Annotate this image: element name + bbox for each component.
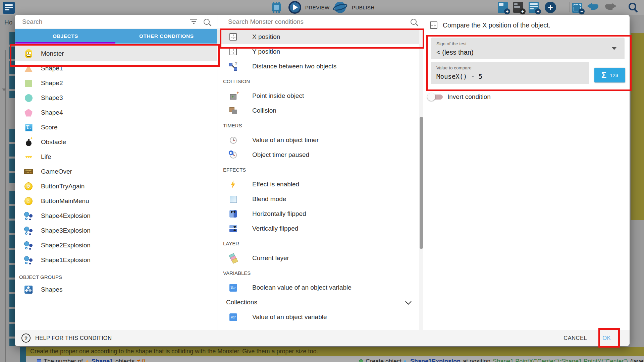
group-icon xyxy=(23,285,34,295)
toolbar-separator xyxy=(569,2,570,12)
layer-icon xyxy=(228,253,238,263)
pos-icon xyxy=(228,32,238,42)
delete-selection-icon[interactable]: − xyxy=(572,3,582,13)
chevron-down-icon xyxy=(405,298,411,304)
object-row-shape1explosion[interactable]: Shape1Explosion xyxy=(15,253,217,267)
condition-section-variables: VARIABLES xyxy=(217,265,424,280)
publish-globe-icon[interactable] xyxy=(334,2,346,13)
objects-search-input[interactable] xyxy=(21,18,186,26)
conditions-search-input[interactable] xyxy=(227,18,407,26)
object-row-shape4[interactable]: Shape4 xyxy=(15,105,217,120)
add-comment-icon[interactable]: + xyxy=(513,2,523,13)
search-events-icon[interactable] xyxy=(629,3,636,10)
object-row-shape1[interactable]: Shape1 xyxy=(15,61,217,76)
object-list: Monster Shape1 Shape2 Shape3 Shape4 Tx S… xyxy=(15,44,217,297)
publish-button[interactable]: PUBLISH xyxy=(352,0,375,15)
sign-of-test-select[interactable]: Sign of the test < (less than) xyxy=(431,38,625,59)
tab-objects[interactable]: OBJECTS xyxy=(15,29,116,44)
condition-row-boolean-value-of-an-object-variable[interactable]: VarBoolean value of an object variable xyxy=(217,280,424,295)
object-row-buttonmainmenu[interactable]: ⌂ ButtonMainMenu xyxy=(15,194,217,208)
condition-row-y-position[interactable]: Y position xyxy=(217,44,424,59)
choose-condition-dialog: OBJECTS OTHER CONDITIONS Monster Shape1 … xyxy=(15,15,630,346)
conditions-search-row xyxy=(217,15,424,29)
gameover-icon: GAMEOVER xyxy=(23,167,34,177)
condition-row-x-position[interactable]: X position xyxy=(217,29,424,44)
chevron-down-icon xyxy=(612,47,616,50)
debugger-icon[interactable] xyxy=(272,3,281,11)
var-icon: Var xyxy=(228,283,238,293)
active-tab-underline xyxy=(15,42,115,44)
object-row-monster[interactable]: Monster xyxy=(15,46,217,61)
condition-list: X positionY position?Distance between tw… xyxy=(217,29,424,324)
square-icon xyxy=(23,78,34,88)
object-row-shape2explosion[interactable]: Shape2Explosion xyxy=(15,238,217,253)
group-row-shapes[interactable]: Shapes xyxy=(15,282,217,297)
help-link[interactable]: HELP FOR THIS CONDITION xyxy=(35,335,112,341)
add-subevent-icon[interactable]: + xyxy=(529,2,539,13)
condition-row-horizontally-flipped[interactable]: Horizontally flipped xyxy=(217,206,424,221)
condition-row-collision[interactable]: Collision xyxy=(217,103,424,118)
search-icon[interactable] xyxy=(411,19,417,25)
explosion-icon xyxy=(23,226,34,236)
condition-row-distance-between-two-objects[interactable]: ?Distance between two objects xyxy=(217,59,424,74)
explosion-mini-icon xyxy=(404,360,406,362)
object-row-shape3explosion[interactable]: Shape3Explosion xyxy=(15,223,217,238)
pos-icon xyxy=(228,47,238,57)
object-row-gameover[interactable]: GAMEOVER GameOver xyxy=(15,164,217,179)
condition-row-vertically-flipped[interactable]: Vertically flipped xyxy=(217,221,424,236)
invert-condition-row: Invert condition xyxy=(427,92,491,102)
x-position-icon xyxy=(429,20,439,30)
project-manager-icon[interactable] xyxy=(3,2,15,14)
cancel-button[interactable]: CANCEL xyxy=(564,335,587,341)
object-row-shape3[interactable]: Shape3 xyxy=(15,90,217,105)
preview-button[interactable]: PREVIEW xyxy=(305,0,330,15)
redo-icon[interactable] xyxy=(604,3,616,12)
invert-condition-toggle[interactable] xyxy=(427,92,443,102)
condition-row-collections[interactable]: Collections xyxy=(217,295,424,310)
help-icon[interactable]: ? xyxy=(21,334,31,343)
condition-row-point-inside-object[interactable]: ++Point inside object xyxy=(217,88,424,103)
condition-row-value-of-an-object-variable[interactable]: VarValue of an object variable xyxy=(217,310,424,324)
event-handle xyxy=(20,347,26,356)
undo-icon[interactable] xyxy=(587,3,600,12)
filter-icon[interactable] xyxy=(190,19,198,25)
invert-condition-label: Invert condition xyxy=(447,93,491,101)
condition-row-blend-mode[interactable]: Blend mode xyxy=(217,192,424,206)
object-row-shape4explosion[interactable]: Shape4Explosion xyxy=(15,208,217,223)
ok-button[interactable]: OK xyxy=(602,335,611,341)
add-new-event-icon[interactable]: + xyxy=(545,2,556,13)
action-bullet-icon xyxy=(359,359,363,362)
bolt-icon xyxy=(228,179,238,189)
backdrop-event-row: The number of Shape1 objects ≠ 0 Create … xyxy=(20,356,644,362)
event-tree-line xyxy=(5,50,6,362)
var-icon: Var xyxy=(228,312,238,322)
condition-section-timers: TIMERS xyxy=(217,118,424,133)
screen: PREVIEW PUBLISH + + + + − Ho Create the … xyxy=(0,0,644,362)
object-row-life[interactable]: ♥♥♥ Life xyxy=(15,149,217,164)
object-row-score[interactable]: Tx Score xyxy=(15,120,217,135)
object-row-obstacle[interactable]: Obstacle xyxy=(15,135,217,149)
object-row-buttontryagain[interactable]: ↺ ButtonTryAgain xyxy=(15,179,217,194)
condition-section-collision: COLLISION xyxy=(217,74,424,88)
condition-row-current-layer[interactable]: Current layer xyxy=(217,251,424,265)
home-tab[interactable]: Ho xyxy=(4,19,12,26)
object-groups-header: OBJECT GROUPS xyxy=(15,272,217,282)
search-icon[interactable] xyxy=(204,19,210,25)
object-row-shape2[interactable]: Shape2 xyxy=(15,76,217,90)
condition-row-object-timer-paused[interactable]: Object timer paused xyxy=(217,147,424,162)
timer-icon xyxy=(228,135,238,145)
preview-play-icon[interactable] xyxy=(288,1,301,14)
condition-row-effect-is-enabled[interactable]: Effect is enabled xyxy=(217,177,424,192)
blend-icon xyxy=(228,194,238,204)
value-to-compare-input[interactable]: Value to compare MouseX() - 5 xyxy=(431,62,589,84)
point-inside-icon: ++ xyxy=(228,91,238,101)
triangle-icon xyxy=(23,63,34,73)
backdrop-event-blocks xyxy=(9,129,15,183)
expression-editor-button[interactable]: Σ 123 xyxy=(594,68,625,82)
tab-other-conditions[interactable]: OTHER CONDITIONS xyxy=(116,29,217,44)
circle-icon xyxy=(23,93,34,103)
scrollbar-thumb[interactable] xyxy=(420,117,423,249)
scrollbar[interactable] xyxy=(419,28,423,330)
condition-row-value-of-an-object-timer[interactable]: Value of an object timer xyxy=(217,133,424,147)
add-event-icon[interactable]: + xyxy=(498,2,508,13)
